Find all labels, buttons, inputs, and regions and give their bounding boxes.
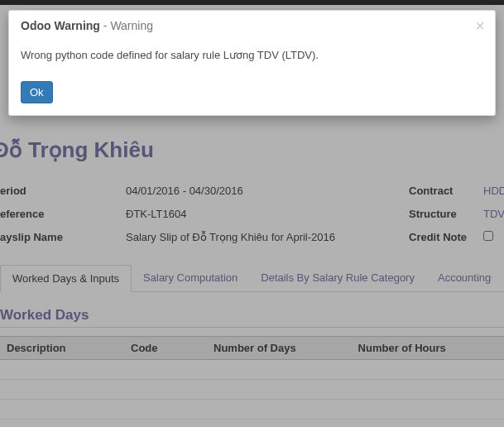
warning-modal: Odoo Warning - Warning × Wrong python co… bbox=[8, 10, 496, 116]
modal-title: Odoo Warning - Warning bbox=[21, 19, 483, 32]
modal-footer: Ok bbox=[9, 76, 495, 115]
close-icon[interactable]: × bbox=[475, 17, 485, 34]
ok-button[interactable]: Ok bbox=[21, 81, 53, 103]
modal-title-main: Odoo Warning bbox=[21, 19, 100, 32]
modal-title-sep: - bbox=[100, 19, 110, 32]
modal-title-sub: Warning bbox=[110, 19, 153, 32]
modal-message: Wrong python code defined for salary rul… bbox=[9, 41, 495, 76]
modal-header: Odoo Warning - Warning × bbox=[9, 11, 495, 41]
